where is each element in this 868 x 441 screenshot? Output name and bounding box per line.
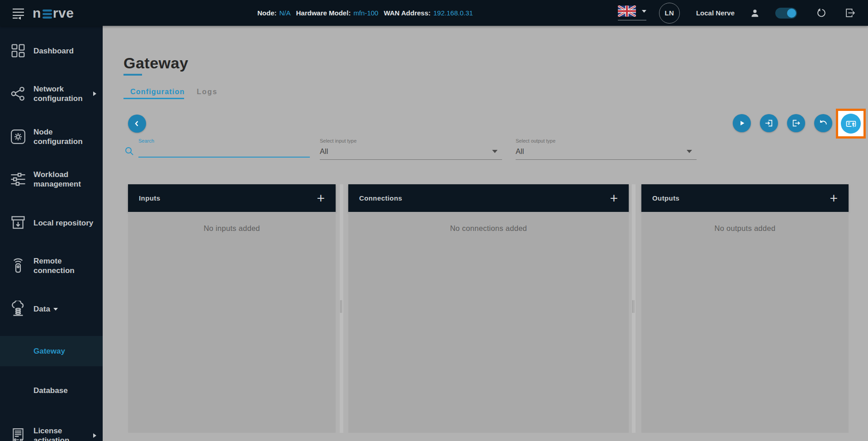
undo-button[interactable] xyxy=(814,114,832,132)
output-type-select[interactable]: Select output type All xyxy=(516,138,697,160)
title-underline xyxy=(123,74,142,76)
empty-state-text: No outputs added xyxy=(714,224,775,233)
gear-icon xyxy=(9,129,27,144)
back-button[interactable] xyxy=(128,115,146,133)
topbar: n rve Node: N/A Hardware Model: mfn-100 … xyxy=(0,0,868,26)
panel-resizer[interactable] xyxy=(340,184,343,433)
input-type-value: All xyxy=(320,147,502,156)
certificate-icon xyxy=(845,118,857,129)
search-input[interactable] xyxy=(138,144,310,158)
sidebar-item-gateway[interactable]: Gateway xyxy=(0,336,103,366)
connections-panel-body: No connections added xyxy=(348,212,629,433)
submenu-arrow-icon xyxy=(93,433,96,438)
export-button[interactable] xyxy=(787,114,805,132)
nerve-logo: n rve xyxy=(33,5,74,22)
restart-icon[interactable] xyxy=(816,8,826,18)
resizer-handle-icon xyxy=(340,300,342,313)
sidebar-item-label: Data xyxy=(33,304,94,314)
logo-text-post: rve xyxy=(53,5,74,21)
sidebar-item-label: Database xyxy=(33,386,94,395)
sidebar-item-label: License activation xyxy=(33,426,94,441)
empty-state-text: No inputs added xyxy=(204,224,260,233)
toggle-knob xyxy=(787,9,796,18)
sliders-icon xyxy=(9,172,27,187)
sidebar-item-label: Dashboard xyxy=(33,46,94,56)
sidebar-item-license-activation[interactable]: License activation xyxy=(0,422,103,441)
panel-resizer[interactable] xyxy=(632,184,636,433)
hardware-model-value: mfn-100 xyxy=(353,9,378,17)
collapse-menu-icon[interactable] xyxy=(12,7,25,19)
add-output-button[interactable]: + xyxy=(830,192,838,204)
sidebar-item-workload-management[interactable]: Workload management xyxy=(0,168,103,190)
deploy-config-button[interactable] xyxy=(841,114,861,134)
node-info: Node: N/A Hardware Model: mfn-100 WAN Ad… xyxy=(257,0,476,26)
empty-state-text: No connections added xyxy=(450,224,527,233)
data-cloud-icon xyxy=(9,301,27,317)
logo-e-bars-icon xyxy=(43,6,52,22)
online-toggle[interactable] xyxy=(775,8,797,19)
panel-title: Connections xyxy=(359,194,402,202)
node-value: N/A xyxy=(280,9,291,17)
connections-panel-header: Connections + xyxy=(348,184,629,212)
panel-title: Inputs xyxy=(139,194,160,202)
tab-logs[interactable]: Logs xyxy=(197,88,218,96)
import-icon xyxy=(764,118,774,128)
topbar-left: n rve xyxy=(12,0,74,26)
sidebar-item-label: Workload management xyxy=(33,170,94,189)
chevron-down-icon xyxy=(642,10,646,13)
sidebar-item-label: Network configuration xyxy=(33,84,94,103)
outputs-panel: Outputs + No outputs added xyxy=(641,184,849,433)
search-field-group: Search xyxy=(138,138,310,158)
outputs-panel-body: No outputs added xyxy=(641,212,849,433)
logout-icon[interactable] xyxy=(844,7,856,19)
logo-text-pre: n xyxy=(33,5,41,21)
input-type-label: Select input type xyxy=(320,138,502,144)
outputs-panel-header: Outputs + xyxy=(641,184,849,212)
sidebar-item-label: Remote connection xyxy=(33,256,94,275)
chevron-down-icon xyxy=(492,150,498,153)
undo-icon xyxy=(818,118,828,128)
remote-control-icon xyxy=(9,258,27,273)
sidebar-item-label: Node configuration xyxy=(33,127,94,146)
submenu-arrow-icon xyxy=(93,91,96,96)
sidebar-item-label: Gateway xyxy=(33,346,94,356)
sidebar: Dashboard Network configuration Node con… xyxy=(0,26,103,441)
output-type-value: All xyxy=(516,147,697,156)
sidebar-item-data[interactable]: Data xyxy=(0,299,103,318)
tab-configuration[interactable]: Configuration xyxy=(130,88,185,96)
resizer-handle-icon xyxy=(632,300,634,313)
page-title: Gateway xyxy=(123,54,188,72)
avatar[interactable]: LN xyxy=(659,3,680,24)
import-button[interactable] xyxy=(760,114,778,132)
chevron-left-icon xyxy=(132,118,142,129)
sidebar-item-local-repository[interactable]: Local repository xyxy=(0,213,103,232)
input-type-select[interactable]: Select input type All xyxy=(320,138,502,160)
sidebar-item-remote-connection[interactable]: Remote connection xyxy=(0,255,103,277)
account-name: Local Nerve xyxy=(696,9,735,17)
play-icon xyxy=(737,118,747,128)
language-select[interactable] xyxy=(618,5,646,20)
main-content: Gateway Configuration Logs Search Select… xyxy=(103,26,868,441)
sidebar-item-network-configuration[interactable]: Network configuration xyxy=(0,83,103,105)
inputs-panel-header: Inputs + xyxy=(128,184,336,212)
repository-icon xyxy=(9,215,27,230)
sidebar-item-node-configuration[interactable]: Node configuration xyxy=(0,126,103,148)
connections-panel: Connections + No connections added xyxy=(348,184,629,433)
add-input-button[interactable]: + xyxy=(317,192,325,204)
active-tab-underline xyxy=(123,98,184,99)
sidebar-item-database[interactable]: Database xyxy=(0,381,103,400)
nerve-app: n rve Node: N/A Hardware Model: mfn-100 … xyxy=(0,0,868,441)
inputs-panel: Inputs + No inputs added xyxy=(128,184,336,433)
node-label: Node: xyxy=(257,9,277,17)
add-connection-button[interactable]: + xyxy=(610,192,618,204)
sidebar-item-dashboard[interactable]: Dashboard xyxy=(0,41,103,60)
chevron-down-icon xyxy=(53,308,58,311)
wan-address-label: WAN Address: xyxy=(384,9,431,17)
apply-button[interactable] xyxy=(733,114,751,132)
output-type-label: Select output type xyxy=(516,138,697,144)
network-icon xyxy=(9,86,27,101)
user-icon[interactable] xyxy=(750,8,760,18)
uk-flag-icon xyxy=(618,5,636,17)
sidebar-item-label: Local repository xyxy=(33,218,94,228)
wan-address-value: 192.168.0.31 xyxy=(433,9,473,17)
